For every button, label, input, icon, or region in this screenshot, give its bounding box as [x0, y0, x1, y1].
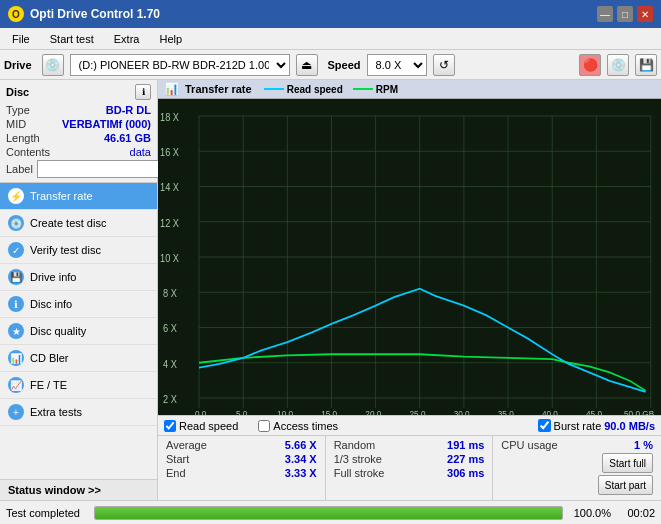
legend-rpm-color — [353, 88, 373, 90]
stat-end-value: 3.33 X — [285, 467, 317, 479]
svg-text:0.0: 0.0 — [195, 409, 206, 415]
nav-label-cd-bler: CD Bler — [30, 352, 69, 364]
nav-icon-cd-bler: 📊 — [8, 350, 24, 366]
minimize-button[interactable]: — — [597, 6, 613, 22]
svg-text:15.0: 15.0 — [321, 409, 337, 415]
stat-random-value: 191 ms — [447, 439, 484, 451]
burn-button[interactable]: 💿 — [607, 54, 629, 76]
checkbox-read-speed[interactable]: Read speed — [164, 420, 238, 432]
toolbar: Drive 💿 (D:) PIONEER BD-RW BDR-212D 1.00… — [0, 50, 661, 80]
disc-title: Disc — [6, 86, 29, 98]
red-btn[interactable]: 🔴 — [579, 54, 601, 76]
bottom-status-bar: Test completed 100.0% 00:02 — [0, 500, 661, 524]
svg-text:16 X: 16 X — [160, 146, 179, 158]
nav-item-fe-te[interactable]: 📈 FE / TE — [0, 372, 157, 399]
nav-item-extra-tests[interactable]: + Extra tests — [0, 399, 157, 426]
disc-contents-key: Contents — [6, 146, 50, 158]
stats-col-3: CPU usage 1 % Start full Start part — [493, 436, 661, 500]
progress-percent: 100.0% — [571, 507, 611, 519]
nav-item-transfer-rate[interactable]: ⚡ Transfer rate — [0, 183, 157, 210]
chart-svg: 18 X 16 X 14 X 12 X 10 X 8 X 6 X 4 X 2 X… — [158, 99, 661, 415]
stat-cpu: CPU usage 1 % — [501, 439, 653, 451]
chart-title-bar: 📊 Transfer rate Read speed RPM — [158, 80, 661, 99]
menu-start-test[interactable]: Start test — [42, 31, 102, 47]
nav-label-create: Create test disc — [30, 217, 106, 229]
disc-section: Disc ℹ Type BD-R DL MID VERBATIMf (000) … — [0, 80, 157, 183]
menu-extra[interactable]: Extra — [106, 31, 148, 47]
menu-help[interactable]: Help — [151, 31, 190, 47]
nav-item-drive-info[interactable]: 💾 Drive info — [0, 264, 157, 291]
stat-full-stroke-value: 306 ms — [447, 467, 484, 479]
drive-icon-btn[interactable]: 💿 — [42, 54, 64, 76]
disc-contents-value: data — [130, 146, 151, 158]
start-full-button[interactable]: Start full — [602, 453, 653, 473]
save-button[interactable]: 💾 — [635, 54, 657, 76]
burst-rate-container: Burst rate 90.0 MB/s — [538, 419, 655, 432]
title-bar-controls: — □ ✕ — [597, 6, 653, 22]
label-input[interactable] — [37, 160, 170, 178]
menu-file[interactable]: File — [4, 31, 38, 47]
svg-text:30.0: 30.0 — [454, 409, 470, 415]
drive-label: Drive — [4, 59, 32, 71]
burst-rate-checkbox[interactable] — [538, 419, 551, 432]
nav-item-create-test-disc[interactable]: 💿 Create test disc — [0, 210, 157, 237]
legend-read-speed-label: Read speed — [287, 84, 343, 95]
eject-button[interactable]: ⏏ — [296, 54, 318, 76]
close-button[interactable]: ✕ — [637, 6, 653, 22]
nav-icon-transfer-rate: ⚡ — [8, 188, 24, 204]
refresh-button[interactable]: ↺ — [433, 54, 455, 76]
read-speed-checkbox-label: Read speed — [179, 420, 238, 432]
read-speed-checkbox[interactable] — [164, 420, 176, 432]
svg-text:8 X: 8 X — [163, 287, 177, 299]
checkbox-row: Read speed Access times Burst rate 90.0 … — [158, 416, 661, 436]
stat-start-key: Start — [166, 453, 189, 465]
legend-rpm-label: RPM — [376, 84, 398, 95]
chart-icon: 📊 — [164, 82, 179, 96]
svg-text:5.0: 5.0 — [236, 409, 247, 415]
access-times-checkbox-label: Access times — [273, 420, 338, 432]
nav-label-fe-te: FE / TE — [30, 379, 67, 391]
main-layout: Disc ℹ Type BD-R DL MID VERBATIMf (000) … — [0, 80, 661, 500]
svg-text:45.0: 45.0 — [586, 409, 602, 415]
checkbox-access-times[interactable]: Access times — [258, 420, 338, 432]
nav-item-verify-test-disc[interactable]: ✓ Verify test disc — [0, 237, 157, 264]
svg-text:10 X: 10 X — [160, 252, 179, 264]
svg-text:25.0: 25.0 — [410, 409, 426, 415]
nav-item-cd-bler[interactable]: 📊 CD Bler — [0, 345, 157, 372]
elapsed-time: 00:02 — [619, 507, 655, 519]
disc-info-btn[interactable]: ℹ — [135, 84, 151, 100]
app-icon: O — [8, 6, 24, 22]
stat-random: Random 191 ms — [334, 439, 485, 451]
status-window-button[interactable]: Status window >> — [0, 479, 157, 500]
svg-text:18 X: 18 X — [160, 111, 179, 123]
drive-select[interactable]: (D:) PIONEER BD-RW BDR-212D 1.00 — [70, 54, 290, 76]
speed-select[interactable]: 8.0 X — [367, 54, 427, 76]
svg-text:40.0: 40.0 — [542, 409, 558, 415]
stat-start-value: 3.34 X — [285, 453, 317, 465]
stats-area: Read speed Access times Burst rate 90.0 … — [158, 415, 661, 500]
legend-rpm: RPM — [353, 84, 398, 95]
title-bar: O Opti Drive Control 1.70 — □ ✕ — [0, 0, 661, 28]
nav-icon-extra: + — [8, 404, 24, 420]
progress-bar-container — [94, 506, 563, 520]
nav-label-disc-info: Disc info — [30, 298, 72, 310]
disc-type-row: Type BD-R DL — [6, 104, 151, 116]
stat-full-stroke-key: Full stroke — [334, 467, 385, 479]
stats-grid: Average 5.66 X Start 3.34 X End 3.33 X — [158, 436, 661, 500]
nav-icon-create: 💿 — [8, 215, 24, 231]
disc-mid-key: MID — [6, 118, 26, 130]
nav-item-disc-quality[interactable]: ★ Disc quality — [0, 318, 157, 345]
access-times-checkbox[interactable] — [258, 420, 270, 432]
right-panel: 📊 Transfer rate Read speed RPM — [158, 80, 661, 500]
start-part-button[interactable]: Start part — [598, 475, 653, 495]
menu-bar: File Start test Extra Help — [0, 28, 661, 50]
stat-third-stroke: 1/3 stroke 227 ms — [334, 453, 485, 465]
svg-text:6 X: 6 X — [163, 323, 177, 335]
stat-third-stroke-key: 1/3 stroke — [334, 453, 382, 465]
legend-read-speed: Read speed — [264, 84, 343, 95]
disc-length-row: Length 46.61 GB — [6, 132, 151, 144]
stat-average: Average 5.66 X — [166, 439, 317, 451]
maximize-button[interactable]: □ — [617, 6, 633, 22]
disc-type-key: Type — [6, 104, 30, 116]
nav-item-disc-info[interactable]: ℹ Disc info — [0, 291, 157, 318]
